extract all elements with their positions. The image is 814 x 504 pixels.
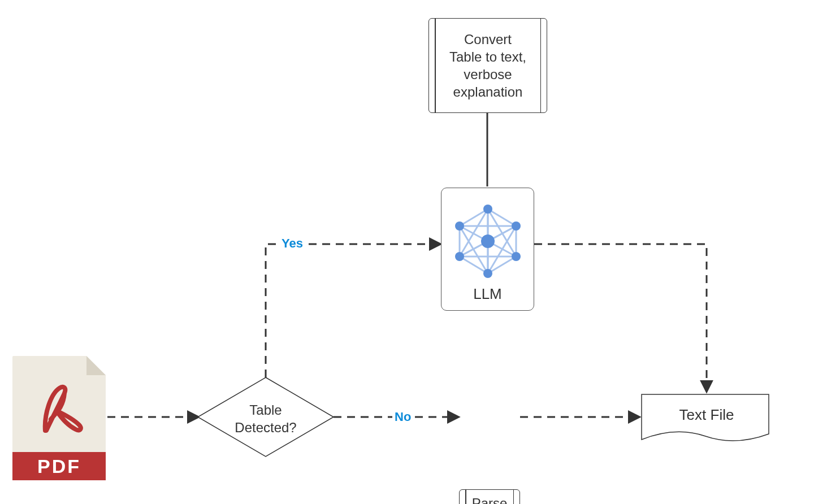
edge-llm-to-output bbox=[534, 244, 707, 391]
parse-label: Parse Text bbox=[464, 494, 516, 504]
edge-decision-to-llm bbox=[266, 244, 440, 377]
edge-label-no: No bbox=[392, 410, 413, 424]
convert-label: Convert Table to text, verbose explanati… bbox=[439, 31, 536, 101]
svg-point-23 bbox=[483, 269, 492, 278]
svg-point-25 bbox=[455, 221, 464, 231]
svg-point-21 bbox=[512, 221, 521, 231]
svg-point-26 bbox=[481, 234, 495, 248]
edge-label-yes: Yes bbox=[279, 236, 305, 251]
llm-node: LLM bbox=[441, 188, 534, 311]
parse-node: Parse Text bbox=[459, 489, 520, 504]
adobe-logo-icon bbox=[34, 380, 85, 436]
decision-label: Table Detected? bbox=[226, 401, 305, 436]
pdf-fold-corner bbox=[86, 356, 106, 375]
connector-layer bbox=[0, 0, 814, 504]
llm-label: LLM bbox=[473, 285, 502, 304]
output-label: Text File bbox=[656, 406, 757, 425]
svg-point-22 bbox=[512, 252, 521, 261]
pdf-label: PDF bbox=[12, 452, 106, 480]
pdf-source-node: PDF bbox=[12, 356, 106, 480]
convert-node: Convert Table to text, verbose explanati… bbox=[428, 18, 547, 113]
neural-network-icon bbox=[445, 199, 530, 284]
svg-point-20 bbox=[483, 205, 492, 214]
svg-point-24 bbox=[455, 252, 464, 261]
